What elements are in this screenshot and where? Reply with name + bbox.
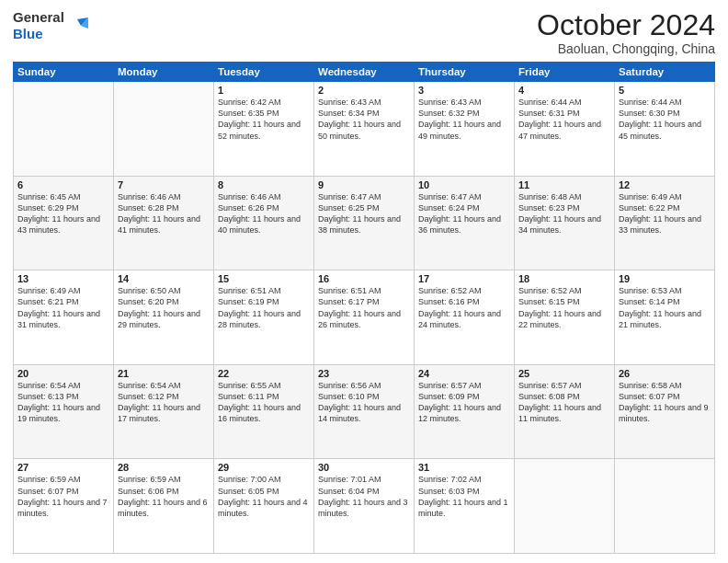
header: General Blue October 2024 Baoluan, Chong… bbox=[13, 9, 715, 56]
calendar-cell: 4Sunrise: 6:44 AM Sunset: 6:31 PM Daylig… bbox=[515, 82, 615, 177]
calendar-cell: 28Sunrise: 6:59 AM Sunset: 6:06 PM Dayli… bbox=[114, 459, 214, 554]
cell-info: Sunrise: 6:58 AM Sunset: 6:07 PM Dayligh… bbox=[619, 380, 711, 425]
cell-info: Sunrise: 6:54 AM Sunset: 6:13 PM Dayligh… bbox=[17, 380, 109, 425]
cell-info: Sunrise: 6:57 AM Sunset: 6:08 PM Dayligh… bbox=[518, 380, 610, 425]
cell-info: Sunrise: 6:49 AM Sunset: 6:21 PM Dayligh… bbox=[17, 285, 109, 330]
cell-info: Sunrise: 6:50 AM Sunset: 6:20 PM Dayligh… bbox=[118, 285, 210, 330]
logo-blue: Blue bbox=[13, 26, 43, 41]
calendar: SundayMondayTuesdayWednesdayThursdayFrid… bbox=[13, 62, 715, 554]
logo-general: General bbox=[13, 9, 64, 25]
calendar-cell: 18Sunrise: 6:52 AM Sunset: 6:15 PM Dayli… bbox=[515, 270, 615, 365]
calendar-cell: 31Sunrise: 7:02 AM Sunset: 6:03 PM Dayli… bbox=[415, 459, 515, 554]
day-number: 27 bbox=[17, 462, 109, 473]
cell-info: Sunrise: 6:43 AM Sunset: 6:32 PM Dayligh… bbox=[418, 97, 510, 142]
day-number: 16 bbox=[318, 273, 410, 284]
calendar-cell: 25Sunrise: 6:57 AM Sunset: 6:08 PM Dayli… bbox=[515, 364, 615, 459]
day-number: 17 bbox=[418, 273, 510, 284]
day-number: 2 bbox=[318, 85, 410, 96]
calendar-cell: 15Sunrise: 6:51 AM Sunset: 6:19 PM Dayli… bbox=[214, 270, 314, 365]
day-number: 25 bbox=[518, 368, 610, 379]
calendar-cell bbox=[615, 459, 715, 554]
logo-text: General Blue bbox=[13, 9, 64, 41]
day-number: 11 bbox=[518, 179, 610, 190]
cell-info: Sunrise: 6:51 AM Sunset: 6:17 PM Dayligh… bbox=[318, 285, 410, 330]
day-number: 24 bbox=[418, 368, 510, 379]
calendar-cell: 23Sunrise: 6:56 AM Sunset: 6:10 PM Dayli… bbox=[314, 364, 415, 459]
day-number: 21 bbox=[118, 368, 210, 379]
day-number: 4 bbox=[518, 85, 610, 96]
cell-info: Sunrise: 6:56 AM Sunset: 6:10 PM Dayligh… bbox=[318, 380, 410, 425]
cell-info: Sunrise: 6:57 AM Sunset: 6:09 PM Dayligh… bbox=[418, 380, 510, 425]
day-number: 28 bbox=[118, 462, 210, 473]
calendar-cell: 12Sunrise: 6:49 AM Sunset: 6:22 PM Dayli… bbox=[615, 176, 715, 270]
cell-info: Sunrise: 6:51 AM Sunset: 6:19 PM Dayligh… bbox=[218, 285, 310, 330]
header-thursday: Thursday bbox=[415, 63, 515, 82]
day-number: 20 bbox=[17, 368, 109, 379]
header-friday: Friday bbox=[515, 63, 615, 82]
cell-info: Sunrise: 6:46 AM Sunset: 6:26 PM Dayligh… bbox=[218, 191, 310, 236]
cell-info: Sunrise: 6:52 AM Sunset: 6:15 PM Dayligh… bbox=[518, 285, 610, 330]
cell-info: Sunrise: 7:01 AM Sunset: 6:04 PM Dayligh… bbox=[318, 474, 410, 519]
day-number: 1 bbox=[218, 85, 310, 96]
day-number: 7 bbox=[118, 179, 210, 190]
day-number: 19 bbox=[619, 273, 711, 284]
cell-info: Sunrise: 6:44 AM Sunset: 6:31 PM Dayligh… bbox=[518, 97, 610, 142]
calendar-cell bbox=[515, 459, 615, 554]
day-number: 3 bbox=[418, 85, 510, 96]
day-number: 15 bbox=[218, 273, 310, 284]
day-number: 23 bbox=[318, 368, 410, 379]
logo: General Blue bbox=[13, 9, 88, 41]
calendar-cell: 1Sunrise: 6:42 AM Sunset: 6:35 PM Daylig… bbox=[214, 82, 314, 177]
day-number: 10 bbox=[418, 179, 510, 190]
calendar-cell bbox=[14, 82, 114, 177]
calendar-cell: 27Sunrise: 6:59 AM Sunset: 6:07 PM Dayli… bbox=[14, 459, 114, 554]
day-number: 22 bbox=[218, 368, 310, 379]
cell-info: Sunrise: 6:59 AM Sunset: 6:06 PM Dayligh… bbox=[118, 474, 210, 519]
calendar-cell: 13Sunrise: 6:49 AM Sunset: 6:21 PM Dayli… bbox=[14, 270, 114, 365]
cell-info: Sunrise: 6:54 AM Sunset: 6:12 PM Dayligh… bbox=[118, 380, 210, 425]
calendar-cell: 22Sunrise: 6:55 AM Sunset: 6:11 PM Dayli… bbox=[214, 364, 314, 459]
calendar-cell bbox=[114, 82, 214, 177]
cell-info: Sunrise: 6:43 AM Sunset: 6:34 PM Dayligh… bbox=[318, 97, 410, 142]
cell-info: Sunrise: 6:48 AM Sunset: 6:23 PM Dayligh… bbox=[518, 191, 610, 236]
location-title: Baoluan, Chongqing, China bbox=[537, 41, 715, 56]
calendar-cell: 10Sunrise: 6:47 AM Sunset: 6:24 PM Dayli… bbox=[415, 176, 515, 270]
day-number: 13 bbox=[17, 273, 109, 284]
cell-info: Sunrise: 6:47 AM Sunset: 6:24 PM Dayligh… bbox=[418, 191, 510, 236]
day-number: 31 bbox=[418, 462, 510, 473]
day-number: 26 bbox=[619, 368, 711, 379]
day-number: 8 bbox=[218, 179, 310, 190]
calendar-cell: 26Sunrise: 6:58 AM Sunset: 6:07 PM Dayli… bbox=[615, 364, 715, 459]
day-number: 14 bbox=[118, 273, 210, 284]
logo-bird-icon bbox=[68, 16, 88, 36]
calendar-cell: 17Sunrise: 6:52 AM Sunset: 6:16 PM Dayli… bbox=[415, 270, 515, 365]
header-monday: Monday bbox=[114, 63, 214, 82]
day-number: 6 bbox=[17, 179, 109, 190]
calendar-cell: 20Sunrise: 6:54 AM Sunset: 6:13 PM Dayli… bbox=[14, 364, 114, 459]
calendar-cell: 6Sunrise: 6:45 AM Sunset: 6:29 PM Daylig… bbox=[14, 176, 114, 270]
cell-info: Sunrise: 6:49 AM Sunset: 6:22 PM Dayligh… bbox=[619, 191, 711, 236]
calendar-cell: 11Sunrise: 6:48 AM Sunset: 6:23 PM Dayli… bbox=[515, 176, 615, 270]
title-block: October 2024 Baoluan, Chongqing, China bbox=[537, 9, 715, 56]
header-saturday: Saturday bbox=[615, 63, 715, 82]
calendar-cell: 14Sunrise: 6:50 AM Sunset: 6:20 PM Dayli… bbox=[114, 270, 214, 365]
cell-info: Sunrise: 7:02 AM Sunset: 6:03 PM Dayligh… bbox=[418, 474, 510, 519]
calendar-cell: 5Sunrise: 6:44 AM Sunset: 6:30 PM Daylig… bbox=[615, 82, 715, 177]
cell-info: Sunrise: 6:52 AM Sunset: 6:16 PM Dayligh… bbox=[418, 285, 510, 330]
header-sunday: Sunday bbox=[14, 63, 114, 82]
calendar-cell: 30Sunrise: 7:01 AM Sunset: 6:04 PM Dayli… bbox=[314, 459, 415, 554]
cell-info: Sunrise: 6:59 AM Sunset: 6:07 PM Dayligh… bbox=[17, 474, 109, 519]
header-wednesday: Wednesday bbox=[314, 63, 415, 82]
calendar-cell: 29Sunrise: 7:00 AM Sunset: 6:05 PM Dayli… bbox=[214, 459, 314, 554]
calendar-cell: 21Sunrise: 6:54 AM Sunset: 6:12 PM Dayli… bbox=[114, 364, 214, 459]
day-number: 29 bbox=[218, 462, 310, 473]
header-tuesday: Tuesday bbox=[214, 63, 314, 82]
day-number: 18 bbox=[518, 273, 610, 284]
day-number: 5 bbox=[619, 85, 711, 96]
cell-info: Sunrise: 6:55 AM Sunset: 6:11 PM Dayligh… bbox=[218, 380, 310, 425]
cell-info: Sunrise: 6:45 AM Sunset: 6:29 PM Dayligh… bbox=[17, 191, 109, 236]
cell-info: Sunrise: 6:47 AM Sunset: 6:25 PM Dayligh… bbox=[318, 191, 410, 236]
calendar-cell: 7Sunrise: 6:46 AM Sunset: 6:28 PM Daylig… bbox=[114, 176, 214, 270]
calendar-cell: 8Sunrise: 6:46 AM Sunset: 6:26 PM Daylig… bbox=[214, 176, 314, 270]
calendar-cell: 19Sunrise: 6:53 AM Sunset: 6:14 PM Dayli… bbox=[615, 270, 715, 365]
